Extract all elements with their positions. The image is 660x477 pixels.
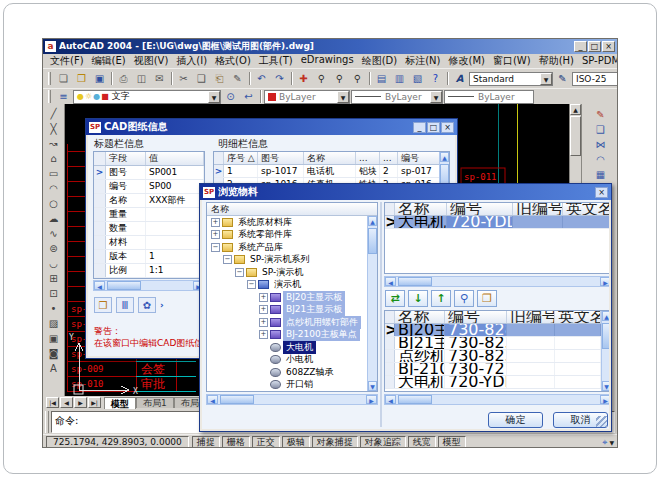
column-header[interactable]: 字段 [106, 152, 146, 165]
collapse-icon[interactable]: − [223, 255, 232, 264]
ellipse-arc-icon[interactable]: ◡ [45, 256, 63, 271]
status-toggle[interactable]: 对象追踪 [360, 436, 406, 448]
dim-style-combo[interactable]: ISO-25 ▼ [572, 72, 618, 86]
tree-item[interactable]: +系统原材料库 [207, 216, 367, 229]
close-button[interactable]: × [602, 41, 615, 52]
scrollbar-thumb[interactable] [570, 116, 581, 156]
scroll-left-icon[interactable]: ◀ [94, 281, 105, 290]
column-header[interactable]: 英文名称 [563, 203, 609, 215]
properties-icon[interactable]: ▤ [373, 71, 390, 86]
ok-button[interactable]: 确定 [488, 412, 543, 428]
line-icon[interactable]: ╱ [45, 106, 63, 121]
horizontal-scrollbar[interactable]: ◀ ▶ [384, 276, 609, 287]
construction-line-icon[interactable]: ╳ [45, 121, 63, 136]
scrollbar-thumb[interactable] [398, 277, 432, 286]
column-header[interactable]: 英文名称 [555, 311, 601, 323]
tree-item[interactable]: 608ZZ轴承 [207, 366, 367, 379]
dialog-maximize-button[interactable]: □ [427, 122, 440, 133]
erase-icon[interactable]: ✎ [592, 107, 610, 122]
menu-item[interactable]: 修改(M) [444, 54, 488, 68]
copy-icon[interactable]: ❑ [193, 71, 210, 86]
status-toggle[interactable]: 对象捕捉 [312, 436, 358, 448]
open-file-icon[interactable]: ❐ [73, 71, 90, 86]
polygon-icon[interactable]: ⌂ [45, 151, 63, 166]
vertical-scrollbar[interactable]: ▲ ▼ [601, 311, 609, 391]
material-row[interactable]: >大电机720-YDD0... [385, 216, 609, 229]
tree-item[interactable]: 大电机 [207, 341, 367, 354]
column-header[interactable]: 值 [146, 152, 204, 165]
hatch-icon[interactable]: ▨ [45, 316, 63, 331]
column-header[interactable]: 名称 [395, 311, 445, 323]
layer-manager-icon[interactable]: ≡ [55, 89, 72, 104]
more-icon[interactable]: › [160, 300, 164, 310]
expand-icon[interactable]: + [211, 218, 220, 227]
menu-item[interactable]: 窗口(W) [489, 54, 535, 68]
scrollbar-thumb[interactable] [368, 228, 377, 254]
dialog-minimize-button[interactable]: _ [413, 122, 426, 133]
insert-block-icon[interactable]: ⊞ [45, 271, 63, 286]
zoom-previous-icon[interactable]: ⚲ [349, 71, 366, 86]
tree-item[interactable]: +系统零部件库 [207, 229, 367, 242]
scrollbar-thumb[interactable] [107, 281, 141, 290]
column-header[interactable]: 名称 [304, 152, 356, 164]
toolbar-grip[interactable] [48, 72, 51, 85]
tab-model[interactable]: 模型 [104, 397, 136, 409]
column-header[interactable]: 旧编号 [513, 203, 563, 215]
vertical-scrollbar[interactable]: ▲ ▼ [367, 216, 377, 391]
column-header[interactable]: 旧编号 [507, 311, 555, 323]
region-icon[interactable]: ▣ [45, 331, 63, 346]
horizontal-scrollbar[interactable]: ◀ ▶ [384, 394, 609, 405]
scroll-right-icon[interactable]: ▶ [600, 277, 609, 286]
new-file-icon[interactable]: ❏ [55, 71, 72, 86]
tree-item[interactable]: +BJ20主显示板 [207, 291, 367, 304]
scroll-left-icon[interactable]: ◀ [385, 277, 396, 286]
tree-item[interactable]: 开口销 [207, 379, 367, 392]
minimize-button[interactable]: _ [574, 41, 587, 52]
maximize-button[interactable]: □ [588, 41, 601, 52]
menu-item[interactable]: 帮助(H) [535, 54, 578, 68]
expand-icon[interactable]: + [259, 330, 268, 339]
tree-item[interactable]: −SP-演示机 [207, 266, 367, 279]
command-window-grip[interactable] [45, 411, 49, 433]
status-toggle[interactable]: 正交 [252, 436, 280, 448]
dialog-close-button[interactable]: × [595, 187, 608, 198]
undo-icon[interactable]: ↶ [253, 71, 270, 86]
layer-previous-icon[interactable]: ↩ [240, 89, 257, 104]
menu-item[interactable]: 标注(N) [401, 54, 444, 68]
ellipse-icon[interactable]: ⊜ [45, 241, 63, 256]
arc-icon[interactable]: ◠ [45, 181, 63, 196]
panel-divider[interactable] [380, 202, 382, 427]
circle-icon[interactable]: ○ [45, 196, 63, 211]
scrollbar-thumb[interactable] [220, 395, 254, 404]
tree-item[interactable]: +BJ-2100主板单点 [207, 329, 367, 342]
menu-item[interactable]: 视图(V) [130, 54, 173, 68]
open-folder-icon[interactable]: ❐ [94, 297, 112, 313]
zoom-realtime-icon[interactable]: ⚲ [313, 71, 330, 86]
scroll-left-icon[interactable]: ◀ [385, 395, 396, 404]
tab-layout1[interactable]: 布局1 [136, 397, 174, 408]
tool-palettes-icon[interactable]: ▧ [409, 71, 426, 86]
layer-combo[interactable]: ●☼●■ 文字 ▼ [73, 90, 221, 104]
settings-icon[interactable]: ✿ [138, 297, 156, 313]
redo-icon[interactable]: ↷ [271, 71, 288, 86]
menu-item[interactable]: eDrawings [297, 54, 358, 68]
menu-item[interactable]: 插入(I) [172, 54, 211, 68]
scroll-down-icon[interactable]: ▼ [602, 381, 609, 391]
tree-header[interactable]: 名称 [207, 203, 377, 216]
columns-icon[interactable]: Ⅲ [116, 297, 134, 313]
material-row[interactable]: 大电机720-YDD0... [385, 376, 601, 389]
dropdown-arrow-icon[interactable]: ▼ [430, 91, 442, 103]
dialog-title-bar[interactable]: SP 浏览物料 × [200, 184, 611, 200]
field-row[interactable]: 名称XXX部件 [94, 194, 204, 208]
status-toggle[interactable]: 捕捉 [192, 436, 220, 448]
revcloud-icon[interactable]: ☁ [45, 211, 63, 226]
expand-icon[interactable]: + [259, 305, 268, 314]
dialog-title-bar[interactable]: SP CAD图纸信息 _□× [86, 119, 457, 135]
mtext-icon[interactable]: A [45, 361, 63, 376]
point-icon[interactable]: • [45, 301, 63, 316]
polyline-icon[interactable]: ↝ [45, 136, 63, 151]
tree-item[interactable]: +点纱机用螺钉部件 [207, 316, 367, 329]
linetype-combo[interactable]: ByLayer ▼ [351, 90, 443, 104]
copy-object-icon[interactable]: ❑ [592, 122, 610, 137]
tab-next-icon[interactable]: ▶ [74, 397, 87, 408]
